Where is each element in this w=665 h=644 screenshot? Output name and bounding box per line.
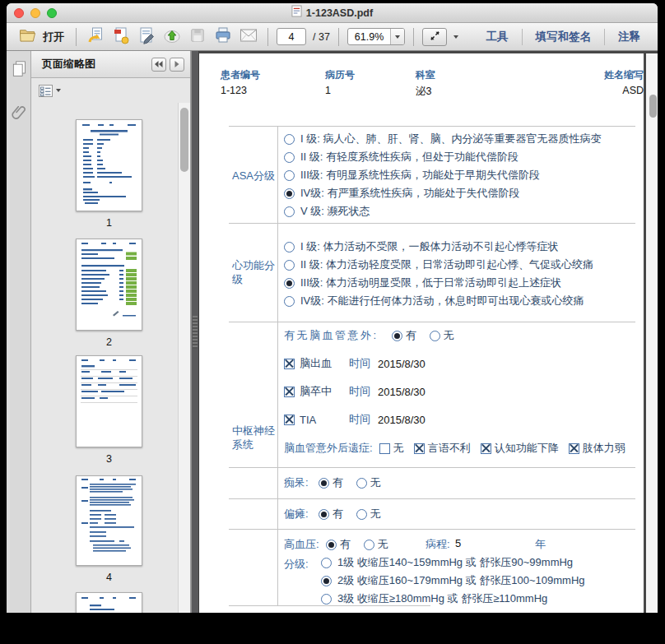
thumbnail-page-2-number: 2 [76, 336, 142, 348]
radio-button[interactable] [356, 478, 367, 489]
comment-button[interactable]: 注释 [609, 30, 649, 44]
grade-option-3: 3级 收缩压≥180mmHg 或 舒张压≥110mmHg [321, 590, 585, 608]
minimize-window-button[interactable] [30, 8, 40, 18]
radio-button[interactable] [356, 509, 367, 520]
hypertension-row: 高血压: 有 无 [284, 537, 388, 552]
checkbox[interactable] [414, 443, 425, 454]
radio-button[interactable] [284, 152, 295, 163]
checkbox[interactable] [284, 415, 295, 425]
radio-button[interactable] [284, 134, 295, 145]
checkbox[interactable] [379, 443, 390, 454]
radio-button[interactable] [284, 170, 295, 181]
checkbox[interactable] [569, 443, 579, 454]
thumbnail-page-4[interactable]: 4 [76, 475, 142, 583]
thumbnail-options-button[interactable] [39, 85, 61, 97]
patient-field-value: 泌3 [416, 85, 435, 99]
right-arrow-icon [174, 61, 179, 67]
document-scrollbar-thumb[interactable] [649, 95, 657, 118]
view-mode-dropdown-button[interactable] [451, 35, 461, 39]
thumbnail-page-4-preview[interactable] [76, 475, 142, 566]
cardiac-option-3-text: III级: 体力活动明显受限，低于日常活动即引起上述症状 [300, 276, 561, 290]
asa-option-2-text: II 级: 有轻度系统性疾病，但处于功能代偿阶段 [300, 150, 519, 164]
cva-event-row: 脑出血 时间 2015/8/30 [284, 356, 426, 371]
asa-option-4-text: IV级: 有严重系统性疾病，功能处于失代偿阶段 [300, 186, 520, 201]
radio-button[interactable] [284, 278, 295, 289]
cardiac-options: I 级: 体力活动不受限，一般体力活动不引起心悸等症状 II 级: 体力活动轻度… [284, 238, 593, 310]
divider-grip[interactable] [193, 316, 198, 349]
tools-button[interactable]: 工具 [477, 30, 518, 44]
sidebar-scrollbar-thumb[interactable] [180, 108, 188, 172]
radio-button[interactable] [321, 594, 332, 605]
titlebar: 1-123ASD.pdf [7, 3, 658, 23]
print-button[interactable] [212, 26, 234, 48]
page-thumbnails-panel-button[interactable] [9, 58, 29, 81]
fill-sign-button[interactable]: 填写和签名 [527, 30, 601, 44]
save-button[interactable] [187, 26, 208, 48]
thumbnail-page-3[interactable]: 3 [76, 355, 142, 465]
radio-button[interactable] [326, 540, 337, 550]
radio-button[interactable] [284, 188, 295, 199]
open-button[interactable]: 打开 [15, 27, 67, 46]
radio-button[interactable] [319, 509, 329, 520]
time-value: 2015/8/30 [378, 414, 426, 426]
radio-button[interactable] [284, 206, 295, 217]
radio-button[interactable] [319, 478, 329, 489]
radio-button[interactable] [321, 558, 332, 568]
radio-button[interactable] [321, 576, 332, 586]
document-scrollbar[interactable] [644, 53, 658, 613]
patient-field-label: 病历号 [325, 68, 355, 82]
radio-button[interactable] [364, 540, 374, 550]
page-number-input[interactable] [277, 28, 306, 45]
thumbnail-page-2[interactable]: 2 [76, 239, 142, 348]
toolbar-separator [76, 28, 77, 46]
time-label: 时间 [349, 356, 370, 371]
email-icon [239, 28, 258, 46]
radio-button[interactable] [284, 296, 295, 307]
thumbnail-page-5-preview[interactable] [76, 592, 142, 613]
checkbox[interactable] [284, 387, 295, 397]
close-window-button[interactable] [14, 8, 24, 18]
create-pdf-button[interactable] [110, 26, 132, 48]
email-button[interactable] [238, 26, 259, 48]
next-view-button[interactable] [170, 58, 184, 72]
radio-button[interactable] [284, 260, 295, 271]
table-border [229, 322, 635, 322]
sidebar-scrollbar[interactable] [178, 103, 190, 613]
attachments-panel-button[interactable] [9, 102, 29, 125]
toolbar-separator [338, 28, 339, 46]
event-name: 脑出血 [300, 356, 349, 371]
radio-button[interactable] [284, 242, 295, 253]
patient-field: 科室 泌3 [416, 68, 435, 99]
hypertension-label: 高血压: [284, 537, 319, 552]
grade-option-3-text: 3级 收缩压≥180mmHg 或 舒张压≥110mmHg [337, 591, 547, 606]
expand-view-button[interactable] [422, 28, 447, 46]
thumbnail-page-3-preview[interactable] [76, 355, 142, 447]
zoom-dropdown-button[interactable] [390, 29, 404, 44]
patient-field: 姓名缩写 ASD [599, 68, 644, 96]
thumbnail-page-5[interactable] [76, 592, 142, 613]
zoom-value[interactable]: 61.9% [348, 31, 390, 43]
page-total-label: / 37 [313, 31, 330, 43]
time-label: 时间 [349, 384, 370, 399]
previous-view-button[interactable] [151, 58, 166, 72]
thumbnail-page-1-content [77, 120, 142, 211]
patient-field: 患者编号 1-123 [221, 68, 260, 96]
hemiplegia-yes-label: 有 [332, 507, 343, 521]
sign-document-button[interactable] [136, 26, 157, 48]
thumbnail-page-2-preview[interactable] [76, 239, 142, 331]
export-pdf-button[interactable] [85, 26, 106, 48]
zoom-window-button[interactable] [47, 8, 57, 18]
hemiplegia-label: 偏瘫: [284, 507, 309, 521]
toolbar-separator [522, 29, 523, 45]
checkbox[interactable] [481, 443, 491, 454]
cardiac-option-4-text: IV级: 不能进行任何体力活动，休息时即可出现心衰或心绞痛 [300, 294, 584, 308]
patient-field-label: 姓名缩写 [599, 68, 644, 82]
radio-button[interactable] [430, 331, 440, 341]
radio-button[interactable] [392, 331, 402, 341]
cloud-upload-button[interactable] [161, 26, 183, 48]
thumbnail-page-1[interactable]: 1 [76, 119, 142, 229]
thumbnail-page-4-number: 4 [76, 572, 142, 583]
checkbox[interactable] [284, 359, 295, 369]
thumbnail-page-1-preview[interactable] [76, 119, 142, 211]
print-icon [214, 26, 232, 48]
